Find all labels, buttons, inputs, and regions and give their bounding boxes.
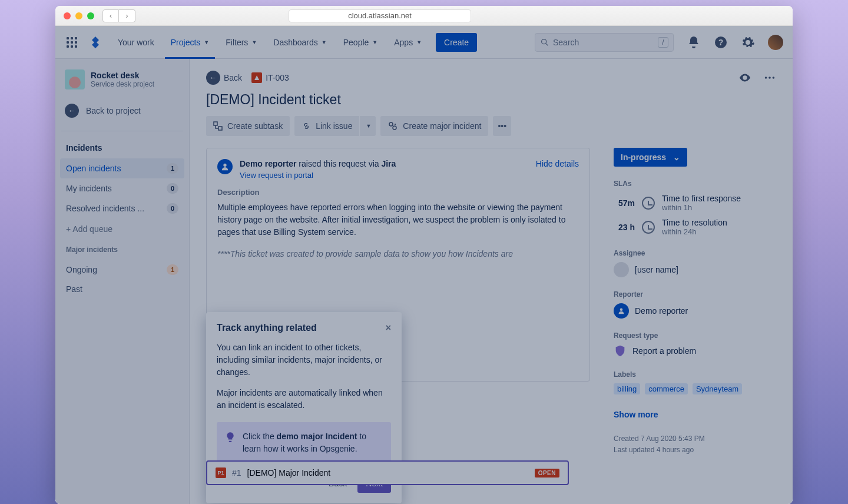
minimize-window[interactable]	[75, 12, 82, 19]
close-window[interactable]	[64, 12, 71, 19]
browser-forward[interactable]: ›	[119, 9, 135, 22]
maximize-window[interactable]	[87, 12, 94, 19]
modal-overlay	[55, 26, 793, 504]
window-controls	[64, 12, 94, 19]
browser-back[interactable]: ‹	[102, 9, 119, 22]
browser-chrome: ‹ › cloud.atlassian.net	[55, 6, 793, 26]
address-bar[interactable]: cloud.atlassian.net	[289, 9, 471, 22]
